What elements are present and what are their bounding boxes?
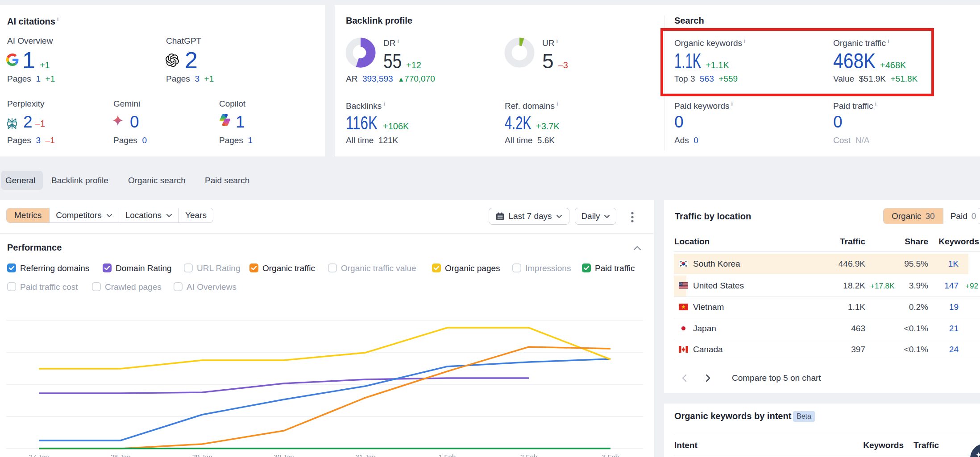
svg-text:30 Jan: 30 Jan xyxy=(274,453,294,457)
svg-text:29 Jan: 29 Jan xyxy=(192,453,212,457)
svg-text:27 Jan: 27 Jan xyxy=(29,453,49,457)
svg-text:3 Feb: 3 Feb xyxy=(602,453,619,457)
svg-text:31 Jan: 31 Jan xyxy=(355,453,375,457)
svg-text:2 Feb: 2 Feb xyxy=(520,453,537,457)
svg-text:1 Feb: 1 Feb xyxy=(439,453,456,457)
svg-text:28 Jan: 28 Jan xyxy=(110,453,130,457)
